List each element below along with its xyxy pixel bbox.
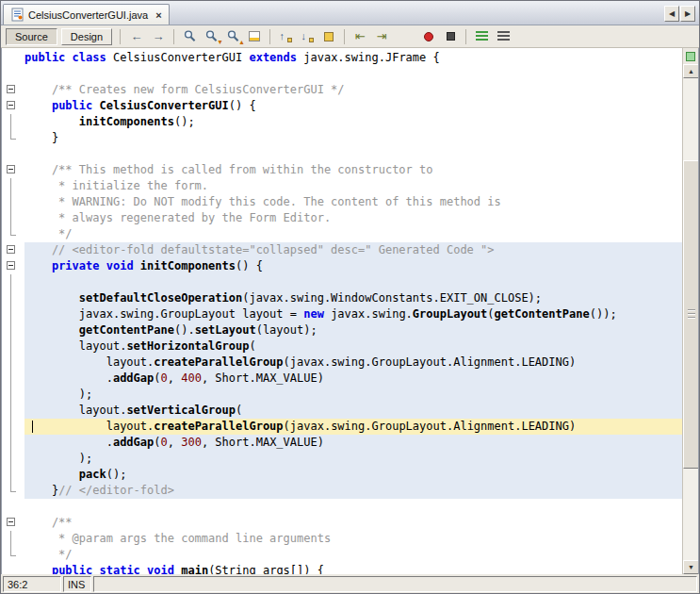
gutter: [2, 355, 24, 371]
source-view-button[interactable]: Source: [6, 28, 57, 45]
code-line[interactable]: }// </editor-fold>: [2, 483, 682, 499]
code-line[interactable]: pack();: [2, 467, 682, 483]
gutter: [2, 66, 24, 82]
comment-button[interactable]: [471, 27, 492, 46]
code-line[interactable]: */: [2, 226, 682, 242]
gutter: [2, 50, 24, 66]
gutter: [2, 403, 24, 419]
error-stripe-status-ok-icon: [686, 52, 695, 61]
previous-bookmark-icon: ↑: [279, 30, 293, 43]
fold-toggle-icon[interactable]: [2, 162, 24, 178]
code-line[interactable]: public class CelsiusConverterGUI extends…: [2, 50, 682, 66]
fold-toggle-icon[interactable]: [2, 98, 24, 114]
uncomment-icon: [497, 31, 510, 41]
gutter: [2, 226, 24, 242]
code-line[interactable]: public static void main(String args[]) {: [2, 563, 682, 574]
stop-macro-recording-button[interactable]: [440, 27, 461, 46]
stop-macro-recording-icon: [447, 32, 455, 41]
next-bookmark-button[interactable]: ↓: [297, 27, 317, 46]
java-file-icon: [10, 8, 24, 22]
scrollbar-up-button[interactable]: ▲: [683, 64, 699, 78]
code-line[interactable]: [2, 66, 682, 82]
scrollbar-thumb[interactable]: [683, 160, 699, 469]
find-next-occurrence-icon: ▾: [204, 29, 219, 43]
back-button[interactable]: ←: [126, 27, 147, 46]
gutter: [2, 290, 24, 306]
gutter: [2, 130, 24, 146]
code-line[interactable]: layout.setVerticalGroup(: [2, 403, 682, 419]
code-line[interactable]: */: [2, 547, 682, 563]
code-line[interactable]: setDefaultCloseOperation(javax.swing.Win…: [2, 290, 682, 306]
toggle-bookmark-button[interactable]: [318, 27, 339, 46]
code-line[interactable]: * always regenerated by the Form Editor.: [2, 210, 682, 226]
code-lines: public class CelsiusConverterGUI extends…: [2, 48, 682, 574]
status-message-area: [93, 576, 697, 592]
fold-toggle-icon[interactable]: [2, 515, 24, 531]
code-line[interactable]: * @param args the command line arguments: [2, 531, 682, 547]
editor-toolbar: Source Design ←→▾▴↑↓⇤⇥: [1, 25, 699, 48]
scroll-tabs-right-button[interactable]: ▶: [680, 6, 695, 22]
tab-celsiusconvertergui-java[interactable]: CelsiusConverterGUI.java ×: [3, 4, 170, 25]
toolbar-separator: [269, 29, 270, 44]
find-selection-button[interactable]: [179, 27, 200, 46]
gutter: [2, 531, 24, 547]
uncomment-button[interactable]: [493, 27, 513, 46]
find-next-occurrence-button[interactable]: ▾: [201, 27, 221, 46]
tab-title: CelsiusConverterGUI.java: [28, 9, 148, 21]
code-line[interactable]: [2, 499, 682, 515]
previous-bookmark-button[interactable]: ↑: [275, 27, 296, 46]
forward-icon: →: [153, 30, 165, 42]
find-previous-occurrence-icon: ▴: [226, 29, 240, 43]
netbeans-editor-window: CelsiusConverterGUI.java × ◀ ▶ Source De…: [0, 0, 700, 594]
code-line[interactable]: getContentPane().setLayout(layout);: [2, 322, 682, 338]
code-line[interactable]: layout.setHorizontalGroup(: [2, 338, 682, 355]
code-line[interactable]: public CelsiusConverterGUI() {: [2, 98, 682, 114]
shift-line-left-button[interactable]: ⇤: [350, 27, 370, 46]
gutter: [2, 451, 24, 467]
find-previous-occurrence-button[interactable]: ▴: [222, 27, 243, 46]
shift-line-right-button[interactable]: ⇥: [371, 27, 392, 46]
code-line[interactable]: /** This method is called from within th…: [2, 162, 682, 178]
toggle-highlight-search-button[interactable]: [244, 27, 265, 46]
status-bar: 36:2 INS: [1, 574, 699, 593]
toolbar-separator: [173, 29, 174, 44]
gutter: [2, 483, 24, 499]
tab-close-icon[interactable]: ×: [155, 9, 161, 21]
code-line[interactable]: // <editor-fold defaultstate="collapsed"…: [2, 242, 682, 258]
code-line[interactable]: layout.createParallelGroup(javax.swing.G…: [2, 419, 682, 435]
code-line[interactable]: * initialize the form.: [2, 178, 682, 194]
code-line[interactable]: initComponents();: [2, 114, 682, 130]
shift-line-right-icon: ⇥: [377, 30, 387, 42]
next-bookmark-icon: ↓: [301, 30, 315, 43]
code-line[interactable]: .addGap(0, 400, Short.MAX_VALUE): [2, 371, 682, 387]
code-line[interactable]: [2, 146, 682, 162]
toolbar-icon-buttons: ←→▾▴↑↓⇤⇥: [126, 27, 513, 46]
start-macro-recording-button[interactable]: [418, 27, 439, 46]
code-line[interactable]: * WARNING: Do NOT modify this code. The …: [2, 194, 682, 210]
code-line[interactable]: /** Creates new form CelsiusConverterGUI…: [2, 82, 682, 98]
code-editor[interactable]: public class CelsiusConverterGUI extends…: [1, 48, 699, 574]
toolbar-separator: [120, 29, 121, 44]
code-line[interactable]: [2, 274, 682, 290]
code-line[interactable]: layout.createParallelGroup(javax.swing.G…: [2, 355, 682, 371]
scrollbar-grip: [688, 309, 695, 320]
scrollbar-down-button[interactable]: ▼: [683, 560, 699, 574]
back-icon: ←: [131, 30, 143, 42]
code-line[interactable]: .addGap(0, 300, Short.MAX_VALUE): [2, 435, 682, 451]
vertical-scrollbar[interactable]: ▲ ▼: [683, 64, 699, 574]
gutter: [2, 371, 24, 387]
code-line[interactable]: );: [2, 387, 682, 403]
start-macro-recording-icon: [424, 32, 433, 41]
fold-toggle-icon[interactable]: [2, 82, 24, 98]
forward-button[interactable]: →: [148, 27, 169, 46]
code-line[interactable]: private void initComponents() {: [2, 258, 682, 274]
design-view-button[interactable]: Design: [61, 28, 112, 45]
code-line[interactable]: }: [2, 130, 682, 146]
fold-toggle-icon[interactable]: [2, 258, 24, 274]
code-line[interactable]: javax.swing.GroupLayout layout = new jav…: [2, 306, 682, 322]
scroll-tabs-left-button[interactable]: ◀: [664, 6, 679, 22]
fold-toggle-icon[interactable]: [2, 242, 24, 258]
code-line[interactable]: /**: [2, 515, 682, 531]
code-line[interactable]: );: [2, 451, 682, 467]
scrollbar-track[interactable]: [683, 78, 699, 560]
